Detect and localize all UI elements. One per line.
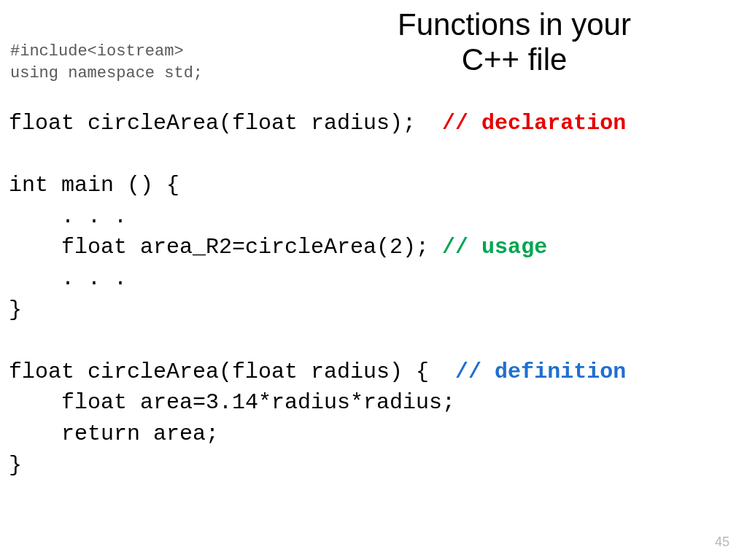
code-l10: float area=3.14*radius*radius; — [9, 390, 455, 415]
code-l9-text: float circleArea(float radius) { — [9, 359, 455, 384]
code-l11: return area; — [9, 421, 219, 446]
page-number: 45 — [715, 534, 729, 550]
code-l5-text: float area_R2=circleArea(2); — [9, 235, 442, 260]
code-l6: . . . — [9, 266, 127, 291]
code-l7: } — [9, 298, 22, 322]
code-l12: } — [9, 453, 22, 478]
code-l3: int main () { — [9, 173, 179, 198]
code-block: float circleArea(float radius); // decla… — [9, 108, 626, 481]
title-line-1: Functions in your — [398, 7, 631, 42]
code-l4: . . . — [9, 204, 127, 229]
comment-definition: // definition — [455, 359, 626, 384]
preamble-line-1: #include<iostream> — [10, 42, 184, 61]
slide-title: Functions in your C++ file — [321, 7, 708, 78]
comment-declaration: // declaration — [442, 111, 626, 136]
code-l1-text: float circleArea(float radius); — [9, 111, 442, 136]
code-preamble: #include<iostream> using namespace std; — [10, 41, 203, 84]
preamble-line-2: using namespace std; — [10, 64, 203, 82]
comment-usage: // usage — [442, 235, 547, 260]
title-line-2: C++ file — [462, 42, 568, 77]
slide: Functions in your C++ file #include<iost… — [0, 0, 747, 560]
